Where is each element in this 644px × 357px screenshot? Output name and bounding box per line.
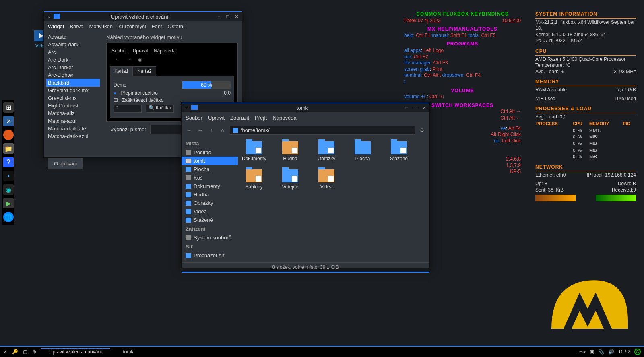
folder-videos[interactable]: Videa [314, 169, 339, 190]
taskbar-clock[interactable]: 10:52 [618, 349, 630, 355]
fm-main-view[interactable]: Dokumenty Hudba Obrázky Plocha Stažené Š… [238, 137, 429, 262]
dock: ⊞ ✕ 📁 ? ▪ ◉ ▶ 🌐 [2, 100, 14, 225]
theme-item[interactable]: Matcha-azul [46, 117, 100, 125]
theme-item[interactable]: Arc-Lighter [46, 71, 100, 79]
theme-item-selected[interactable]: Blackbird [46, 79, 100, 87]
preview-button[interactable]: 🔍 tlačítko [146, 105, 174, 113]
taskbar-indicator-icon[interactable]: G [634, 349, 641, 355]
taskbar-task-fm[interactable]: tomk [115, 349, 141, 355]
taskbar-display-icon[interactable]: ▣ [590, 349, 594, 355]
preview-tab1[interactable]: Karta1 [110, 66, 133, 76]
fm-title: tomk [201, 105, 404, 111]
fm-back-icon[interactable]: ← [185, 127, 193, 133]
sidebar-item-videos[interactable]: Videa [182, 207, 238, 216]
taskbar-activity-icon[interactable]: ⟿ [579, 349, 586, 355]
theme-item[interactable]: Arc-Dark [46, 56, 100, 64]
fm-menu-edit[interactable]: Upravit [208, 115, 225, 121]
titlebar-dot-icon[interactable]: ○ [184, 105, 190, 111]
sidebar-item-music[interactable]: Hudba [182, 190, 238, 199]
fm-forward-icon[interactable]: → [196, 127, 204, 133]
dock-item-firefox[interactable] [3, 130, 14, 140]
theme-list[interactable]: Adwaita Adwaita-dark Arc Arc-Dark Arc-Da… [44, 32, 102, 155]
tab-cursor[interactable]: Kurzor myši [118, 23, 146, 29]
fm-path-input[interactable]: /home/tomk/ [230, 126, 415, 135]
theme-item[interactable]: Arc [46, 48, 100, 56]
appearance-titlebar[interactable]: ○ Upravit vzhled a chování − □ ✕ [44, 11, 242, 21]
preview-menu-help[interactable]: Nápověda [154, 48, 176, 54]
theme-item[interactable]: Matcha-dark-azul [46, 132, 100, 140]
taskbar-clip-icon[interactable]: 📎 [598, 349, 604, 355]
tab-widget[interactable]: Widget [48, 23, 64, 29]
places-header: Místa [182, 139, 238, 148]
appearance-tabs: Widget Barva Motiv ikon Kurzor myši Font… [44, 21, 242, 32]
sidebar-item-downloads[interactable]: Stažené [182, 216, 238, 224]
theme-item[interactable]: Greybird-mx [46, 94, 100, 102]
tab-icons[interactable]: Motiv ikon [89, 23, 113, 29]
fm-menu-help[interactable]: Nápověda [272, 115, 296, 121]
theme-item[interactable]: Adwaita [46, 33, 100, 41]
forward-icon[interactable]: → [125, 57, 132, 62]
checkbox-label[interactable]: Zaškrtávací tlačítko [122, 97, 163, 103]
fm-up-icon[interactable]: ↑ [207, 127, 215, 133]
folder-public[interactable]: Veřejné [278, 169, 302, 190]
sidebar-item-pictures[interactable]: Obrázky [182, 199, 238, 207]
sidebar-item-desktop[interactable]: Plocha [182, 165, 238, 173]
sidebar-item-computer[interactable]: Počítač [182, 148, 238, 157]
folder-music[interactable]: Hudba [278, 141, 302, 161]
close-button[interactable]: ✕ [234, 14, 239, 19]
folder-documents[interactable]: Dokumenty [242, 141, 266, 161]
tab-color[interactable]: Barva [70, 23, 83, 29]
progress-bar: 60 % [182, 81, 231, 89]
about-button[interactable]: O aplikaci [48, 158, 83, 169]
maximize-button[interactable]: □ [225, 14, 231, 19]
theme-item[interactable]: HighContrast [46, 102, 100, 109]
folder-pictures[interactable]: Obrázky [314, 141, 339, 161]
sidebar-item-filesystem[interactable]: Systém souborů [182, 233, 238, 242]
preview-tab2[interactable]: Karta2 [133, 66, 156, 76]
dock-item-globe[interactable]: 🌐 [3, 212, 14, 222]
tab-font[interactable]: Font [152, 23, 162, 29]
sidebar-item-trash[interactable]: Koš [182, 173, 238, 182]
sidebar-item-home[interactable]: ⌂tomk [182, 157, 238, 165]
radio-label[interactable]: Přepínací tlačítko [120, 90, 158, 96]
taskbar: ✕ 🔑 ▢ ⊕ Upravit vzhled a chování tomk ⟿ … [0, 346, 644, 357]
preview-menu-file[interactable]: Soubor [111, 48, 127, 54]
folder-icon [233, 128, 238, 133]
dock-item-1[interactable]: ⊞ [3, 102, 14, 113]
refresh-icon[interactable]: ◉ [136, 57, 144, 62]
fm-menu-go[interactable]: Přejít [255, 115, 267, 121]
dock-item-tools[interactable]: ✕ [3, 116, 14, 126]
taskbar-volume-icon[interactable]: 🔊 [608, 349, 614, 355]
fm-menu-file[interactable]: Soubor [186, 115, 202, 121]
fm-menu-view[interactable]: Zobrazit [230, 115, 249, 121]
dock-item-help[interactable]: ? [3, 157, 14, 167]
dock-item-media[interactable]: ▶ [3, 198, 14, 208]
tab-other[interactable]: Ostatní [168, 23, 185, 29]
taskbar-workspace-icon[interactable]: ▢ [23, 349, 27, 355]
fm-home-icon[interactable]: ⌂ [219, 127, 227, 133]
default-font-label: Výchozí písmo: [110, 126, 146, 132]
taskbar-key-icon[interactable]: 🔑 [12, 349, 18, 355]
preview-menu-edit[interactable]: Upravit [133, 48, 148, 54]
minimize-button[interactable]: − [216, 14, 222, 19]
folder-desktop[interactable]: Plocha [351, 141, 375, 161]
theme-item[interactable]: Arc-Darker [46, 64, 100, 71]
sidebar-item-browse-net[interactable]: Procházet síť [182, 251, 238, 260]
dock-item-terminal[interactable]: ▪ [3, 171, 14, 181]
preview-header: Náhled vybraného widget motivu [106, 34, 238, 40]
dock-item-cam[interactable]: ◉ [3, 184, 14, 195]
taskbar-menu-icon[interactable]: ✕ [3, 349, 7, 355]
theme-item[interactable]: Matcha-aliz [46, 109, 100, 117]
theme-item[interactable]: Matcha-dark-aliz [46, 125, 100, 132]
spin-input[interactable]: 0 [114, 105, 142, 113]
taskbar-globe-icon[interactable]: ⊕ [32, 349, 36, 355]
theme-item[interactable]: Greybird-dark-mx [46, 87, 100, 94]
folder-templates[interactable]: Šablony [242, 169, 266, 190]
fm-titlebar[interactable]: ○ tomk − □ ✕ [182, 103, 429, 112]
theme-item[interactable]: Adwaita-dark [46, 41, 100, 48]
sidebar-item-documents[interactable]: Dokumenty [182, 182, 238, 190]
dock-item-files[interactable]: 📁 [3, 143, 14, 154]
back-icon[interactable]: ← [114, 57, 121, 62]
taskbar-task-appearance[interactable]: Upravit vzhled a chování [41, 348, 110, 355]
titlebar-dot-icon[interactable]: ○ [46, 14, 52, 19]
